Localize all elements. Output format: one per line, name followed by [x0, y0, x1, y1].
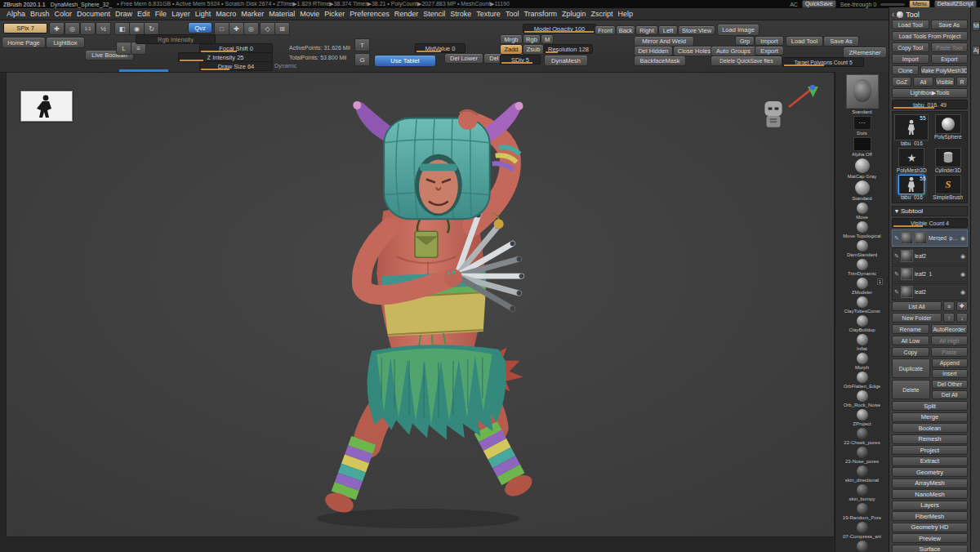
- palette-section-preview[interactable]: Preview: [892, 533, 968, 543]
- document-preview-thumbnail[interactable]: [20, 91, 73, 122]
- dynamesh-button[interactable]: DynaMesh: [544, 55, 588, 66]
- lightbox-button[interactable]: LightBox: [46, 37, 85, 48]
- left-button[interactable]: Left: [658, 25, 678, 35]
- home-page-button[interactable]: Home Page: [2, 37, 46, 48]
- menu-edit[interactable]: Edit: [135, 10, 153, 18]
- menu-layer[interactable]: Layer: [169, 10, 193, 18]
- load-tools-from-project-button[interactable]: Load Tools From Project: [892, 31, 968, 41]
- strip-item-standard[interactable]: Standard: [835, 74, 889, 115]
- m-button[interactable]: M: [541, 34, 554, 44]
- subsection-extract[interactable]: Extract: [892, 456, 968, 466]
- current-tool-slider[interactable]: tabu_016. 49: [892, 100, 968, 109]
- strip-item-zmodeler[interactable]: 1ZModeler: [835, 278, 889, 296]
- brush-edit-icon[interactable]: ✎: [894, 271, 899, 278]
- menu-draw[interactable]: Draw: [113, 10, 135, 18]
- goz-all-button[interactable]: All: [913, 77, 933, 87]
- use-tablet-button[interactable]: Use Tablet: [374, 55, 436, 67]
- strip-item-skin-bumpy[interactable]: skin_bumpy: [835, 484, 889, 502]
- visibility-eye-icon[interactable]: ◉: [960, 235, 965, 242]
- transp-icon[interactable]: T: [354, 38, 370, 51]
- palette-section-arraymesh[interactable]: ArrayMesh: [892, 479, 968, 488]
- tool-thumb-simplebrush[interactable]: SSimpleBrush: [931, 175, 966, 200]
- menu-marker[interactable]: Marker: [238, 10, 266, 18]
- strip-item-skin-directional[interactable]: skin_directional: [835, 465, 889, 483]
- model-opacity-slider[interactable]: Model Opacity 100: [523, 24, 596, 33]
- goz-visible-button[interactable]: Visible: [935, 77, 955, 87]
- tool-palette-header[interactable]: ‹ Tool: [892, 9, 968, 20]
- menu-picker[interactable]: Picker: [322, 10, 347, 18]
- duplicate-button[interactable]: Duplicate: [892, 358, 930, 378]
- menu-stroke[interactable]: Stroke: [448, 10, 474, 18]
- list-icon[interactable]: ≡: [943, 301, 955, 311]
- add-folder-icon[interactable]: ✚: [956, 301, 968, 311]
- subtool-item-leaf2-1[interactable]: ✎leaf2_1◉: [892, 265, 968, 283]
- menu-file[interactable]: File: [153, 10, 170, 18]
- strip-item-23-nose-pores[interactable]: 23-Nose_pores: [835, 447, 889, 465]
- copy-tool-button[interactable]: Copy Tool: [892, 42, 929, 52]
- zsub-button[interactable]: Zsub: [523, 44, 544, 55]
- strip-item-22-cheek-pores[interactable]: 22-Cheek_pores: [835, 428, 889, 446]
- visibility-eye-icon[interactable]: ◉: [960, 271, 965, 278]
- load-tool-button[interactable]: Load Tool: [892, 20, 929, 29]
- strip-item-19-random-pore[interactable]: 19-Random_Pore: [835, 503, 889, 521]
- rename-button[interactable]: Rename: [892, 324, 929, 334]
- zadd-button[interactable]: Zadd: [500, 44, 523, 55]
- lightbox-tools-button[interactable]: Lightbox▶Tools: [892, 88, 968, 98]
- menu-render[interactable]: Render: [392, 10, 421, 18]
- clipped-mir[interactable]: Mir: [972, 21, 980, 31]
- collapse-arrow-icon[interactable]: ‹: [892, 10, 894, 19]
- menu-brush[interactable]: Brush: [28, 10, 52, 18]
- strip-item-06-stretc-wrinkle[interactable]: 06-Stretc_wrinkle: [835, 541, 889, 552]
- list-all-button[interactable]: List All: [892, 301, 942, 311]
- export-button-shelf[interactable]: Export: [755, 46, 784, 56]
- del-lower-button[interactable]: Del Lower: [444, 53, 483, 64]
- front-button[interactable]: Front: [595, 25, 616, 35]
- append-button[interactable]: Append: [932, 358, 969, 367]
- see-through-slider[interactable]: [880, 3, 905, 6]
- del-all-button[interactable]: Del All: [932, 390, 969, 399]
- menu-alpha[interactable]: Alpha: [4, 10, 28, 18]
- edit-qvz-button[interactable]: Qvz: [188, 22, 212, 33]
- strip-item-matcap-gray[interactable]: MatCap Gray: [835, 158, 889, 180]
- quicksave-button[interactable]: QuickSave: [802, 0, 836, 8]
- load-tool-button-shelf[interactable]: Load Tool: [786, 36, 823, 47]
- visible-count-slider[interactable]: Visible Count 4: [892, 218, 968, 228]
- make-polymesh3d-button[interactable]: Make PolyMesh3D: [920, 65, 968, 75]
- strip-item-trimdynamic[interactable]: TrimDynamic: [835, 259, 889, 277]
- ghost-icon[interactable]: G: [354, 53, 370, 66]
- menu-zscript[interactable]: Zscript: [589, 10, 616, 18]
- visibility-eye-icon[interactable]: ◉: [960, 289, 965, 296]
- export-button[interactable]: Export: [931, 54, 969, 64]
- menu-material[interactable]: Material: [266, 10, 297, 18]
- tool-thumb-polysphere[interactable]: PolySphere: [931, 114, 966, 146]
- menu-document[interactable]: Document: [74, 10, 113, 18]
- palette-section-layers[interactable]: Layers: [892, 501, 968, 510]
- palette-section-fibermesh[interactable]: FiberMesh: [892, 511, 968, 521]
- palette-section-nanomesh[interactable]: NanoMesh: [892, 489, 968, 499]
- save-as-button-shelf[interactable]: Save As: [823, 36, 859, 47]
- new-folder-button[interactable]: New Folder: [892, 313, 942, 323]
- sdiv-slider[interactable]: SDiv 5: [500, 55, 541, 65]
- local-icon[interactable]: L: [116, 42, 131, 55]
- zoom-icon[interactable]: ◎: [65, 22, 80, 35]
- menu-help[interactable]: Help: [616, 10, 636, 18]
- backface-mask-button[interactable]: BackfaceMask: [634, 56, 686, 66]
- menu-color[interactable]: Color: [52, 10, 75, 18]
- subsection-merge[interactable]: Merge: [892, 412, 968, 422]
- target-polygons-slider[interactable]: Target Polygons Count 5: [782, 57, 864, 67]
- menu-macro[interactable]: Macro: [213, 10, 238, 18]
- all-low-button[interactable]: All Low: [892, 336, 929, 345]
- menu-movie[interactable]: Movie: [297, 10, 322, 18]
- actual-size-icon[interactable]: 1:1: [80, 22, 96, 35]
- copy-subtool-button[interactable]: Copy: [892, 347, 929, 357]
- zoom-3d-icon[interactable]: ◎: [243, 22, 259, 35]
- subtool-item-leaf2[interactable]: ✎leaf2◉: [892, 247, 968, 265]
- insert-button[interactable]: Insert: [932, 369, 969, 378]
- strip-item-standard[interactable]: Standard: [835, 180, 889, 202]
- tool-thumb-polymesh3d[interactable]: ★PolyMesh3D: [894, 148, 929, 173]
- aahalf-icon[interactable]: ½: [96, 22, 111, 35]
- subtool-item-merged-prn3d-ring3d1-1[interactable]: ✎Merged_prn3d_ring3d1_1◉: [892, 229, 968, 247]
- brush-edit-icon[interactable]: ✎: [894, 253, 899, 260]
- resolution-slider[interactable]: Resolution 128: [544, 44, 593, 54]
- strip-item-move[interactable]: Move: [835, 203, 889, 220]
